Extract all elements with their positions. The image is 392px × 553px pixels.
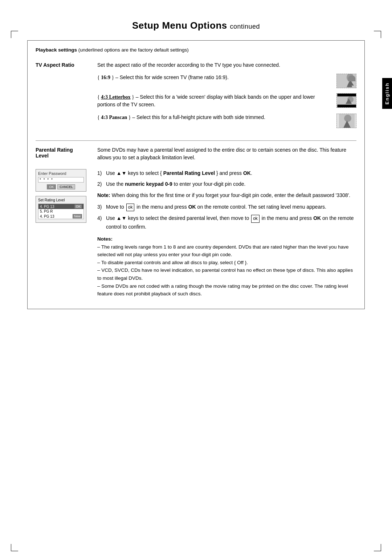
step-1: 1) Use ▲▼ keys to select { Parental Rati…: [97, 169, 356, 177]
rating-item-3-text: 4. PG 13: [40, 214, 54, 218]
rating-dialog: Set Rating Level 4. PG 13 OK 5. PG R: [36, 196, 86, 223]
rating-list: 4. PG 13 OK 5. PG R 4. PG 13 New: [38, 204, 84, 219]
notes-title: Notes:: [97, 236, 113, 242]
svg-rect-12: [355, 114, 356, 128]
playback-header-title: Playback settings: [36, 47, 77, 53]
step-1-num: 1): [97, 169, 104, 177]
aspect-options: { 16:9 } – Select this for wide screen T…: [97, 74, 356, 128]
playback-header-note: (underlined options are the factory defa…: [78, 47, 189, 53]
tv-aspect-description: Set the aspect ratio of the recorder acc…: [97, 61, 356, 69]
tv-aspect-section: TV Aspect Ratio Set the aspect ratio of …: [36, 61, 356, 133]
step-2-num: 2): [97, 180, 104, 188]
password-dialog-title: Enter Password: [38, 171, 84, 176]
svg-rect-7: [337, 105, 356, 107]
tv-aspect-content: Set the aspect ratio of the recorder acc…: [97, 61, 356, 133]
aspect-16-9-label: { 16:9 }: [97, 75, 114, 80]
parental-rating-content: Some DVDs may have a parental level assi…: [97, 146, 356, 162]
password-ok-button[interactable]: OK: [47, 184, 56, 189]
password-dialog: Enter Password * * * * OK CANCEL: [36, 169, 86, 192]
aspect-16-9-text: { 16:9 } – Select this for wide screen T…: [97, 74, 333, 81]
aspect-letterbox-label: { 4:3 Letterbox }: [97, 94, 134, 100]
parental-rating-detail: Enter Password * * * * OK CANCEL Set Rat…: [36, 169, 356, 298]
rating-item-3: 4. PG 13 New: [38, 214, 83, 219]
rating-item-2: 5. PG R: [38, 209, 83, 214]
parental-rating-label-line1: Parental Rating: [36, 147, 90, 153]
main-content: Setup Menu Options continued Playback se…: [27, 20, 365, 309]
step-3-ok-box: ok: [126, 204, 135, 211]
aspect-option-16-9: { 16:9 } – Select this for wide screen T…: [97, 74, 356, 88]
parental-rating-label-line2: Level: [36, 153, 90, 159]
page: English Setup Menu Options continued Pla…: [0, 20, 392, 553]
note-4: – Some DVDs are not coded with a rating …: [97, 283, 348, 297]
inline-note: Note: When doing this for the first time…: [97, 191, 356, 199]
title-main: Setup Menu Options: [132, 20, 227, 31]
playback-header: Playback settings (underlined options ar…: [36, 47, 356, 54]
parental-steps: 1) Use ▲▼ keys to select { Parental Rati…: [97, 169, 356, 298]
rating-item-1: 4. PG 13 OK: [38, 204, 83, 209]
title-continued: continued: [230, 23, 260, 30]
step-3: 3) Move to ok in the menu and press OK o…: [97, 203, 356, 211]
svg-rect-11: [337, 114, 339, 128]
tv-aspect-label: TV Aspect Ratio: [36, 61, 90, 133]
parental-rating-description: Some DVDs may have a parental level assi…: [97, 146, 356, 162]
aspect-panscan-text: { 4:3 Panscan } – Select this for a full…: [97, 114, 333, 121]
notes-section: Notes: – The rating levels range from 1 …: [97, 235, 356, 298]
step-2: 2) Use the numeric keypad 0-9 to enter y…: [97, 180, 356, 188]
corner-mark-tr: [374, 31, 381, 38]
aspect-option-panscan: { 4:3 Panscan } – Select this for a full…: [97, 114, 356, 128]
svg-rect-0: [337, 74, 356, 88]
language-tab: English: [382, 78, 392, 109]
rating-item-2-text: 5. PG R: [40, 209, 53, 213]
corner-mark-br: [374, 544, 381, 551]
section-divider: [36, 140, 356, 141]
corner-mark-tl: [11, 31, 18, 38]
rating-item-1-ok[interactable]: OK: [74, 204, 82, 209]
parental-dialogs: Enter Password * * * * OK CANCEL Set Rat…: [36, 169, 90, 298]
note-1: – The rating levels range from 1 to 8 an…: [97, 244, 348, 258]
aspect-panscan-desc: – Select this for a full-height picture …: [132, 114, 265, 120]
step-4-ok-box: ok: [251, 215, 260, 222]
step-2-text: Use the numeric keypad 0-9 to enter your…: [106, 180, 245, 188]
svg-point-13: [344, 115, 351, 122]
password-dots: * * * *: [38, 177, 84, 183]
parental-rating-label: Parental Rating Level: [36, 146, 90, 162]
rating-item-1-text: 4. PG 13: [40, 205, 54, 209]
inline-note-text: When doing this for the first time or if…: [112, 192, 350, 198]
step-4-text: Use ▲▼ keys to select the desired parent…: [106, 214, 356, 231]
note-3: – VCD, SVCD, CDs have no level indicatio…: [97, 267, 353, 281]
password-dialog-buttons: OK CANCEL: [38, 184, 84, 189]
step-4: 4) Use ▲▼ keys to select the desired par…: [97, 214, 356, 231]
step-4-num: 4): [97, 214, 104, 231]
corner-mark-bl: [11, 544, 18, 551]
password-cancel-button[interactable]: CANCEL: [57, 184, 75, 189]
page-title: Setup Menu Options continued: [27, 20, 365, 31]
svg-rect-6: [337, 94, 356, 97]
rating-item-3-new[interactable]: New: [73, 214, 82, 218]
step-3-text: Move to ok in the menu and press OK on t…: [106, 203, 326, 211]
aspect-panscan-label: { 4:3 Panscan }: [97, 115, 131, 120]
aspect-16-9-thumb: [336, 74, 356, 88]
inline-note-title: Note:: [97, 192, 110, 198]
rating-dialog-title: Set Rating Level: [38, 198, 84, 202]
step-3-num: 3): [97, 203, 104, 211]
aspect-letterbox-text: { 4:3 Letterbox } – Select this for a 'w…: [97, 93, 333, 108]
step-1-text: Use ▲▼ keys to select { Parental Rating …: [106, 169, 252, 177]
aspect-panscan-thumb: [336, 114, 356, 128]
aspect-16-9-desc: – Select this for wide screen TV (frame …: [115, 74, 229, 80]
aspect-letterbox-thumb: [336, 93, 356, 108]
parental-rating-section: Parental Rating Level Some DVDs may have…: [36, 146, 356, 162]
aspect-option-letterbox: { 4:3 Letterbox } – Select this for a 'w…: [97, 93, 356, 108]
content-box: Playback settings (underlined options ar…: [27, 40, 365, 309]
svg-point-2: [349, 75, 354, 82]
note-2: – To disable parental controls and allow…: [97, 260, 248, 265]
